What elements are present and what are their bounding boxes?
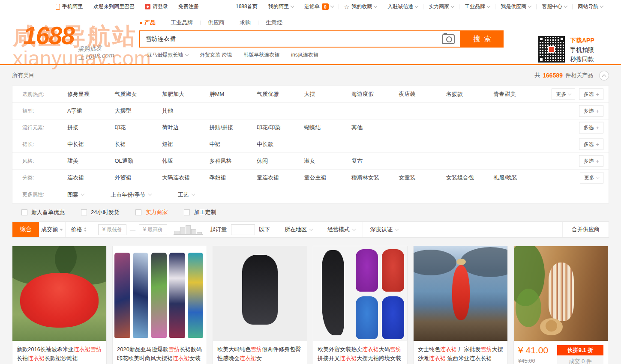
deep-cert-dropdown[interactable]: 深度认证: [363, 222, 405, 237]
multi-select-button[interactable]: 多选+: [579, 89, 603, 100]
craft-dropdown[interactable]: 工艺: [178, 191, 195, 199]
product-card[interactable]: 新款2016长袖波希米亚连衣裙雪纺长袖连衣裙长款裙沙滩裙: [12, 246, 107, 364]
topbar-home-link[interactable]: 1688首页: [231, 3, 263, 10]
hot-keyword[interactable]: 韩版早秋连衣裙: [243, 51, 279, 59]
filter-option[interactable]: 胖MM: [210, 90, 225, 98]
filter-option[interactable]: 多种风格: [210, 157, 232, 165]
product-title[interactable]: 2020新品亚马逊爆款雪纺长裙数码印花欧美时尚风大摆裙连衣裙女装: [113, 341, 207, 361]
multi-select-button[interactable]: 多选+: [579, 139, 603, 150]
filter-option[interactable]: 休闲: [257, 157, 268, 165]
filter-option[interactable]: 大摆: [304, 90, 315, 98]
hot-keyword[interactable]: 亚马逊爆款长袖: [147, 51, 188, 59]
group-deal-badge[interactable]: 伙拼9.1 折: [557, 345, 603, 355]
product-image[interactable]: [514, 246, 608, 341]
product-image[interactable]: [113, 246, 207, 341]
sort-volume-button[interactable]: 成交额: [39, 222, 66, 237]
camera-search-icon[interactable]: [442, 34, 455, 44]
filter-option[interactable]: 其他: [162, 107, 173, 115]
topbar-mobile-ali[interactable]: 手机阿里: [51, 3, 88, 10]
search-button[interactable]: 搜索: [461, 30, 504, 48]
search-input[interactable]: [140, 31, 442, 47]
filter-option[interactable]: 大摆型: [115, 107, 132, 115]
region-dropdown[interactable]: 所在地区: [277, 222, 320, 237]
filter-option[interactable]: 青春甜美: [494, 90, 516, 98]
topbar-site-nav[interactable]: 网站导航: [573, 3, 608, 10]
topbar-i-am-supplier[interactable]: 我是供应商: [495, 3, 536, 10]
filter-option[interactable]: 童公主裙: [304, 174, 327, 182]
tab-suppliers[interactable]: 供应商: [201, 19, 232, 27]
filter-option[interactable]: 拼贴/拼接: [210, 124, 234, 131]
login-link[interactable]: 请登录: [140, 3, 173, 10]
filter-option[interactable]: 印花/印染: [257, 124, 281, 131]
topbar-industry-brand[interactable]: 工业品牌: [459, 3, 495, 10]
site-logo[interactable]: 1688: [23, 24, 74, 48]
filter-option[interactable]: 短裙: [162, 140, 173, 148]
tab-industry-brand[interactable]: 工业品牌: [163, 19, 200, 27]
checkbox-new-user-discount[interactable]: 新人首单优惠: [21, 209, 65, 216]
filter-option[interactable]: A字裙: [67, 107, 82, 115]
filter-option[interactable]: 加肥加大: [162, 90, 184, 98]
filter-option[interactable]: 气质优雅: [257, 90, 279, 98]
multi-select-button[interactable]: 多选+: [579, 122, 603, 134]
filter-option[interactable]: 中裙: [210, 140, 221, 148]
more-button[interactable]: 更多: [580, 172, 603, 184]
checkbox-strength-merchant[interactable]: 实力商家: [135, 209, 168, 216]
filter-option[interactable]: 复古: [351, 157, 363, 165]
tab-products[interactable]: 产品: [139, 19, 163, 27]
filter-option[interactable]: 长裙: [115, 140, 126, 148]
filter-option[interactable]: 女装组合包: [446, 174, 474, 182]
collapse-button[interactable]: [599, 71, 609, 81]
topbar-service-center[interactable]: 客服中心: [537, 3, 572, 10]
product-image[interactable]: [313, 246, 407, 341]
sort-comprehensive-button[interactable]: 综合: [12, 222, 39, 237]
filter-option[interactable]: 荷叶边: [162, 124, 179, 131]
filter-option[interactable]: 印花: [115, 124, 126, 131]
product-image[interactable]: [12, 246, 106, 341]
filter-option[interactable]: 连衣裙: [67, 174, 84, 182]
filter-option[interactable]: 夜店装: [399, 90, 416, 98]
product-image[interactable]: [213, 246, 307, 341]
topbar-cart[interactable]: 进货单0: [299, 3, 339, 10]
filter-option[interactable]: OL通勤: [115, 157, 133, 165]
all-categories-label[interactable]: 所有类目: [12, 72, 34, 79]
pattern-dropdown[interactable]: 图案: [67, 191, 84, 199]
product-image[interactable]: [414, 246, 507, 341]
filter-option[interactable]: 韩版: [162, 157, 173, 165]
filter-option[interactable]: 蝴蝶结: [304, 124, 321, 131]
product-title[interactable]: 欧美外贸女装热卖连衣裙大码雪纺拼接开叉连衣裙大摆无袖跨境女装: [313, 341, 407, 361]
filter-option[interactable]: 海边度假: [351, 90, 374, 98]
product-card[interactable]: 女士纯色连衣裙 厂家批发雪纺大摆沙滩连衣裙 波西米亚连衣长裙: [413, 246, 508, 364]
download-app-label[interactable]: 下载APP: [570, 36, 594, 45]
register-link[interactable]: 免费注册: [173, 3, 204, 10]
topbar-join-chengxintong[interactable]: 入驻诚信通: [382, 3, 423, 10]
checkbox-custom-processing[interactable]: 加工定制: [184, 209, 216, 216]
filter-option[interactable]: 大码连衣裙: [162, 174, 190, 182]
filter-option[interactable]: 女童装: [399, 174, 416, 182]
filter-option[interactable]: 名媛款: [446, 90, 463, 98]
min-price-input[interactable]: ¥ 最低价: [98, 224, 126, 235]
business-mode-dropdown[interactable]: 经营模式: [320, 222, 363, 237]
product-card[interactable]: 欧美外贸女装热卖连衣裙大码雪纺拼接开叉连衣裙大摆无袖跨境女装: [313, 246, 408, 364]
filter-option[interactable]: 礼服/晚装: [494, 174, 518, 182]
product-card[interactable]: 欧美大码纯色雪纺假两件修身包臀性感晚会连衣裙女: [213, 246, 307, 364]
multi-select-button[interactable]: 多选+: [579, 105, 603, 117]
filter-option[interactable]: 甜美: [67, 157, 78, 165]
topbar-my-ali[interactable]: 我的阿里: [263, 3, 299, 10]
filter-option[interactable]: 修身显瘦: [67, 90, 90, 98]
sort-price-button[interactable]: 价格: [66, 222, 92, 237]
filter-option[interactable]: 外贸裙: [115, 174, 132, 182]
topbar-strength-merchant[interactable]: 实力商家: [423, 3, 459, 10]
hot-keyword[interactable]: 外贸女装 跨境: [200, 51, 232, 59]
moq-input[interactable]: [231, 224, 255, 235]
hot-keyword[interactable]: ins风连衣裙: [291, 51, 318, 59]
filter-option[interactable]: 中长款: [257, 140, 273, 148]
merge-suppliers-button[interactable]: 合并供应商: [562, 222, 609, 237]
filter-option[interactable]: 穆斯林女装: [351, 174, 379, 182]
product-card[interactable]: 2020新品亚马逊爆款雪纺长裙数码印花欧美时尚风大摆裙连衣裙女装: [112, 246, 207, 364]
product-title[interactable]: 新款2016长袖波希米亚连衣裙雪纺长袖连衣裙长款裙沙滩裙: [12, 341, 106, 361]
max-price-input[interactable]: ¥ 最高价: [139, 224, 167, 235]
filter-option[interactable]: 拼接: [67, 124, 78, 131]
price-histogram[interactable]: [174, 224, 203, 235]
multi-select-button[interactable]: 多选+: [579, 155, 603, 167]
filter-option[interactable]: 童连衣裙: [257, 174, 279, 182]
